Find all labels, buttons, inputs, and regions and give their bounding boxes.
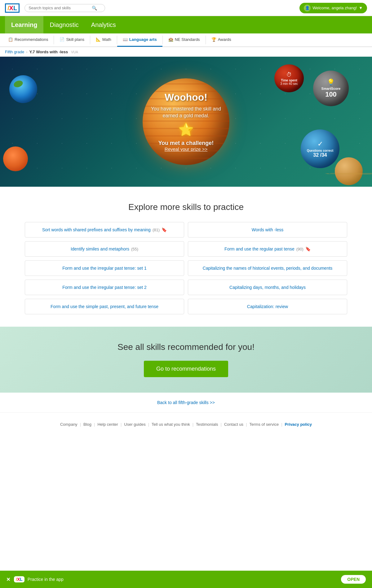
subnav-math[interactable]: 📐 Math (90, 33, 117, 47)
back-link-section: Back to all fifth-grade skills >> (0, 393, 372, 412)
subnav-awards[interactable]: 🏆 Awards (206, 33, 237, 47)
nav-learning[interactable]: Learning (5, 16, 43, 33)
breadcrumb-grade[interactable]: Fifth grade (5, 50, 24, 54)
skill-btn-0[interactable]: Sort words with shared prefixes and suff… (25, 222, 184, 237)
recommendations-section: See all skills recommended for you! Go t… (0, 327, 372, 393)
skill-btn-3[interactable]: Form and use the regular past tense (90)… (188, 241, 347, 257)
smart-score-value: 100 (325, 90, 337, 98)
awards-icon: 🏆 (211, 37, 216, 42)
planet-orange-small (3, 146, 28, 171)
footer-blog[interactable]: Blog (83, 422, 91, 427)
questions-correct-badge: ✓ Questions correct 32 /34 (301, 129, 339, 168)
skill-btn-4[interactable]: Form and use the irregular past tense: s… (25, 260, 184, 276)
skills-grid: Sort words with shared prefixes and suff… (25, 222, 347, 314)
skill-label-8: Form and use the simple past, present, a… (51, 304, 158, 309)
go-to-recommendations-button[interactable]: Go to recommendations (144, 361, 228, 377)
skill-btn-1[interactable]: Words with -less (188, 222, 347, 237)
smart-score-label: SmartScore (321, 87, 341, 90)
footer-contact[interactable]: Contact us (224, 422, 243, 427)
skill-plans-icon: 📄 (60, 37, 64, 42)
skill-label-3: Form and use the regular past tense (224, 246, 294, 251)
skill-btn-6[interactable]: Form and use the irregular past tense: s… (25, 280, 184, 295)
subnav-recommendations[interactable]: 📋 Recommendations (2, 33, 54, 47)
nav-diagnostic[interactable]: Diagnostic (43, 16, 85, 33)
footer-terms[interactable]: Terms of service (250, 422, 279, 427)
search-icon: 🔍 (92, 6, 97, 11)
gold-star-icon: ⭐ (178, 122, 194, 137)
breadcrumb-chevron: › (26, 50, 27, 54)
skill-label-1: Words with -less (252, 227, 283, 232)
breadcrumb-skill: Y.7 Words with -less (29, 50, 68, 54)
skill-label-6: Form and use the irregular past tense: s… (62, 285, 147, 290)
reveal-prize-link[interactable]: Reveal your prize >> (165, 146, 207, 152)
welcome-text: Welcome, angela zhang! (312, 6, 357, 10)
green-nav: Learning Diagnostic Analytics (0, 16, 372, 33)
skill-label-5: Capitalizing the names of historical eve… (203, 266, 333, 271)
footer-company[interactable]: Company (60, 422, 78, 427)
bookmark-icon-3: 🔖 (305, 246, 311, 251)
breadcrumb: Fifth grade › Y.7 Words with -less VUA (0, 47, 372, 57)
skill-label-7: Capitalizing days, months, and holidays (229, 285, 306, 290)
subnav-skill-plans[interactable]: 📄 Skill plans (54, 33, 90, 47)
welcome-button[interactable]: 👤 Welcome, angela zhang! ▼ (299, 3, 367, 13)
questions-label: Questions correct (307, 149, 334, 152)
woohoo-text: Woohoo! (165, 92, 207, 103)
skill-btn-8[interactable]: Form and use the simple past, present, a… (25, 299, 184, 314)
skill-btn-5[interactable]: Capitalizing the names of historical eve… (188, 260, 347, 276)
back-to-skills-link[interactable]: Back to all fifth-grade skills >> (157, 400, 215, 405)
math-icon: 📐 (96, 37, 101, 42)
nav-analytics[interactable]: Analytics (85, 16, 122, 33)
planet-earth (9, 75, 37, 103)
footer-feedback[interactable]: Tell us what you think (152, 422, 190, 427)
user-avatar-icon: 👤 (304, 5, 311, 11)
skill-label-0: Sort words with shared prefixes and suff… (42, 227, 151, 232)
explore-section: Explore more skills to practice Sort wor… (0, 187, 372, 327)
skill-btn-9[interactable]: Capitalization: review (188, 299, 347, 314)
skill-score-0: (81) (153, 228, 160, 232)
questions-value: 32 /34 (313, 152, 327, 158)
skill-label-2: Identify similes and metaphors (71, 246, 129, 251)
search-bar[interactable]: 🔍 (24, 4, 105, 12)
main-planet: Woohoo! You have mastered the skill and … (143, 78, 229, 165)
recommendations-icon: 📋 (8, 37, 13, 42)
skill-label-9: Capitalization: review (247, 304, 288, 309)
mastered-text: You have mastered the skill and earned a… (151, 106, 221, 120)
footer-testimonials[interactable]: Testimonials (196, 422, 218, 427)
time-spent-value: 3 min 40 sec (280, 82, 298, 85)
footer-privacy[interactable]: Privacy policy (285, 422, 312, 427)
skill-btn-7[interactable]: Capitalizing days, months, and holidays (188, 280, 347, 295)
footer-help-center[interactable]: Help center (97, 422, 118, 427)
footer: Company | Blog | Help center | User guid… (0, 412, 372, 433)
skill-score-3: (90) (296, 247, 303, 251)
subnav-ne-standards[interactable]: 🏫 NE Standards (163, 33, 206, 47)
subnav-language-arts[interactable]: 📖 Language arts (117, 33, 162, 47)
time-spent-badge: ⏱ Time spent 3 min 40 sec (274, 64, 304, 92)
hero-banner: ⏱ Time spent 3 min 40 sec 💡 SmartScore 1… (0, 57, 372, 187)
skill-btn-2[interactable]: Identify similes and metaphors (55) (25, 241, 184, 257)
time-spent-label: Time spent (281, 79, 297, 82)
skill-score-2: (55) (131, 247, 138, 251)
top-bar: IXL 🔍 👤 Welcome, angela zhang! ▼ (0, 0, 372, 16)
skill-label-4: Form and use the irregular past tense: s… (62, 266, 147, 271)
search-input[interactable] (29, 6, 91, 10)
dropdown-icon: ▼ (359, 6, 363, 10)
ne-standards-icon: 🏫 (168, 37, 173, 42)
rec-title: See all skills recommended for you! (25, 342, 347, 352)
breadcrumb-vua: VUA (71, 50, 78, 54)
footer-links: Company | Blog | Help center | User guid… (25, 422, 347, 427)
language-arts-icon: 📖 (123, 37, 128, 42)
smart-score-badge: 💡 SmartScore 100 (313, 71, 349, 106)
challenge-text: You met a challenge! (158, 140, 214, 146)
explore-title: Explore more skills to practice (25, 202, 347, 212)
logo[interactable]: IXL (5, 3, 20, 13)
bookmark-icon-0: 🔖 (162, 227, 167, 232)
sub-nav: 📋 Recommendations 📄 Skill plans 📐 Math 📖… (0, 33, 372, 47)
footer-user-guides[interactable]: User guides (124, 422, 145, 427)
